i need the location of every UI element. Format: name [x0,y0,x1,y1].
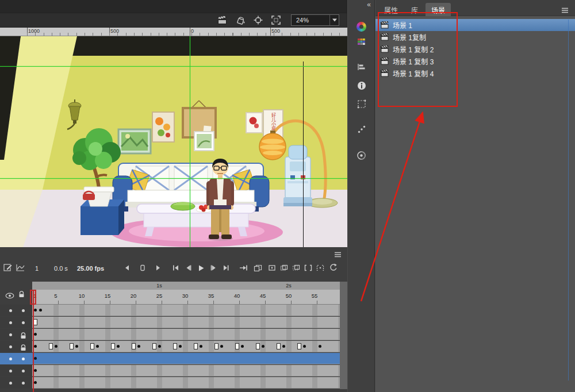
ruler-major-tick [109,28,110,36]
keyframe-dot [179,345,182,348]
layer-visible-dot[interactable] [9,358,12,360]
timeline-layer-row[interactable] [0,353,347,364]
layer-visible-dot[interactable] [9,321,12,324]
guide-horizontal-2[interactable] [0,178,347,179]
layer-lock-dot[interactable] [22,358,25,360]
modify-markers-button[interactable] [303,263,313,273]
lock-icon[interactable] [18,290,25,300]
reset-timeline-button[interactable] [328,262,338,272]
stage-edge-line [303,62,304,247]
layer-frame-strip[interactable] [32,365,347,376]
timeline-layer-row[interactable] [0,377,347,389]
scene-list-item[interactable]: 场景 1 复制 2 [375,43,575,55]
layer-lock-dot[interactable] [22,382,25,385]
next-frame-button[interactable] [208,263,218,273]
timeline-layer-row[interactable] [0,341,347,352]
guide-vertical[interactable] [190,36,190,247]
timeline-end-column [340,282,347,389]
layer-visible-dot[interactable] [9,370,12,372]
keyframe-dot [262,345,264,348]
document-area: 24% 10005000500 [0,0,347,392]
time-label-row: 1s2s [32,282,347,290]
info-panel-button[interactable] [351,78,371,93]
layer-frame-strip[interactable] [32,317,347,328]
ruler-major-tick [190,28,190,36]
layer-lock-dot[interactable] [22,370,25,372]
step-back-button[interactable] [122,263,132,273]
edit-frames-button[interactable] [3,262,13,272]
stop-button[interactable] [137,263,148,273]
keyframe-hollow [49,343,53,349]
layer-lock-icon[interactable] [20,343,26,353]
motion-editor-button[interactable] [15,262,25,272]
keyframe-dot [34,369,37,372]
color-panel-button[interactable] [351,20,371,34]
brush-panel-button[interactable] [351,122,371,136]
guide-horizontal-1[interactable] [0,66,347,67]
previous-frame-button[interactable] [183,263,193,273]
play-button[interactable] [195,263,206,273]
timeline-layer-row[interactable] [0,305,347,316]
layer-visible-dot[interactable] [9,382,12,385]
scene-list-item[interactable]: 场景 1 复制 3 [375,55,575,67]
keyframe-hollow [256,343,260,349]
step-forward-button[interactable] [153,263,163,273]
keyframe-dot [55,345,57,348]
align-panel-button[interactable] [351,60,371,74]
scene-list-item[interactable]: 场景 1 复制 4 [375,67,575,79]
onion-skin-outlines-button[interactable] [279,263,289,273]
scene-list-item[interactable]: 场景 1 [375,19,575,31]
keyframe-hollow [70,343,74,349]
frame-number: 10 [79,293,85,299]
go-to-first-frame-button[interactable] [170,263,181,273]
layer-visible-dot[interactable] [9,345,12,348]
horizontal-ruler[interactable]: 10005000500 [0,28,347,36]
timeline-layer-row[interactable] [0,317,347,328]
link-panel-button[interactable] [351,148,371,163]
onion-skin-button[interactable] [267,263,277,273]
frame-number: 35 [208,293,214,299]
swatches-panel-button[interactable] [351,34,371,49]
transport-a [122,263,163,273]
layer-lock-dot[interactable] [22,321,25,324]
scene-list-item[interactable]: 场景 1复制 [375,31,575,43]
timeline-menu-button[interactable] [332,249,343,260]
zoom-select[interactable]: 24% [291,14,339,26]
go-to-last-frame-button[interactable] [221,263,231,273]
duplicate-frame-button[interactable] [252,263,263,273]
panel-menu-button[interactable] [559,5,570,16]
stage[interactable]: 好儿小福祥 [0,36,347,247]
chevron-down-icon [329,15,339,25]
frame-tools [238,263,263,273]
keyframe-hollow [173,343,177,349]
playhead-line[interactable] [33,290,34,392]
edit-symbols-button[interactable] [235,15,246,25]
center-stage-button[interactable] [253,15,263,25]
timeline-layer-row[interactable] [0,365,347,376]
eye-icon[interactable] [5,291,14,301]
frame-number-row[interactable]: 1510152025303540455055 [32,290,347,305]
frame-rate-value[interactable]: 25.00 fps [77,265,104,272]
scene-label: 场景 1 复制 4 [393,68,434,78]
layer-lock-icon[interactable] [20,331,26,341]
timeline-layer-row[interactable] [0,329,347,340]
scene-clapperboard-icon [381,57,389,65]
layer-frame-strip[interactable] [32,305,347,316]
layer-frame-strip[interactable] [32,341,347,352]
clip-content-button[interactable] [271,15,281,25]
layer-frame-strip[interactable] [32,377,347,389]
ruler-major-tick [27,28,28,36]
edit-multiple-frames-button[interactable] [291,263,301,273]
edit-scene-button[interactable] [217,15,228,25]
layer-visible-dot[interactable] [9,309,12,312]
layer-frame-strip[interactable] [32,353,347,364]
panel-edge-line [568,20,569,381]
insert-marker-button[interactable] [238,263,248,273]
layer-lock-dot[interactable] [22,309,25,312]
onion-range-button[interactable] [315,263,325,273]
collapse-dock-button[interactable]: « [367,1,371,9]
keyframe-dot [200,345,202,348]
layer-visible-dot[interactable] [9,333,12,336]
layer-frame-strip[interactable] [32,329,347,340]
transform-panel-button[interactable] [351,97,371,111]
